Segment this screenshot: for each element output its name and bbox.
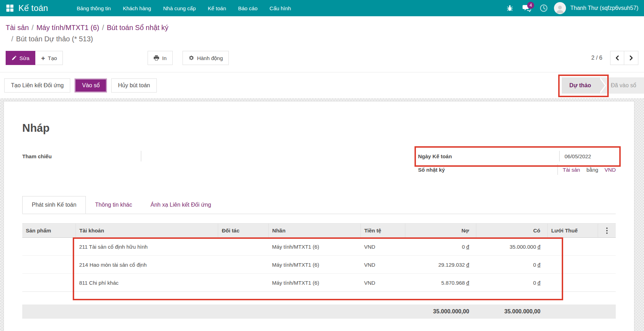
cell-label: Máy tính/MTXT1 (6) bbox=[269, 256, 361, 274]
print-button[interactable]: In bbox=[148, 51, 173, 65]
user-avatar[interactable] bbox=[554, 2, 566, 14]
plus-icon: + bbox=[41, 55, 45, 61]
pager-previous-button[interactable] bbox=[610, 51, 624, 65]
state-posted[interactable]: Đã vào sổ bbox=[600, 77, 644, 94]
cell-debit: 0đ bbox=[405, 238, 476, 256]
state-widget: Dự thảo Đã vào sổ bbox=[562, 77, 644, 94]
column-options-icon[interactable] bbox=[602, 227, 612, 234]
breadcrumb-separator: / bbox=[8, 35, 16, 43]
header-partner[interactable]: Đối tác bbox=[218, 224, 269, 238]
breadcrumb-link-asset-record[interactable]: Máy tính/MTXT1 (6) bbox=[36, 24, 99, 31]
menu-reports[interactable]: Báo cáo bbox=[233, 1, 263, 16]
header-label[interactable]: Nhãn bbox=[269, 224, 361, 238]
breadcrumb-link-assets[interactable]: Tài sản bbox=[6, 24, 29, 31]
cell-tax-grid bbox=[548, 256, 598, 274]
activities-clock-icon[interactable] bbox=[537, 1, 550, 15]
breadcrumb-current: Bút toán Dự thảo (* 513) bbox=[16, 35, 93, 43]
journal-field-row: Sổ nhật ký Tài sản bằng VND bbox=[418, 163, 616, 176]
header-product[interactable]: Sản phẩm bbox=[22, 224, 76, 238]
menu-vendors[interactable]: Nhà cung cấp bbox=[158, 1, 201, 16]
cell-account: 214 Hao mòn tài sản cố định bbox=[76, 256, 218, 274]
accounting-date-label: Ngày Kế toán bbox=[418, 153, 559, 159]
field-column-left: Tham chiếu bbox=[22, 149, 316, 176]
control-panel: Tài sản/Máy tính/MTXT1 (6)/Bút toán Sổ n… bbox=[0, 16, 644, 72]
form-statusbar: Tạo Liên kết Đối ứng Vào sổ Hủy bút toán… bbox=[0, 72, 644, 98]
cell-partner bbox=[218, 256, 269, 274]
cell-product bbox=[22, 274, 76, 292]
header-currency[interactable]: Tiền tệ bbox=[360, 224, 405, 238]
cell-label: Máy tính/MTXT1 (6) bbox=[269, 274, 361, 292]
menu-accounting[interactable]: Kế toán bbox=[203, 1, 232, 16]
create-counterpart-link-button[interactable]: Tạo Liên kết Đối ứng bbox=[4, 78, 70, 93]
accounting-date-value[interactable]: 06/05/2022 bbox=[559, 151, 616, 161]
form-sheet: Nháp Tham chiếu Ngày Kế toán 06/05/2022 … bbox=[4, 101, 634, 331]
cell-label: Máy tính/MTXT1 (6) bbox=[269, 238, 361, 256]
user-name[interactable]: Thanh Thư (sqfzp6vsuh57) bbox=[570, 5, 638, 11]
table-row[interactable]: 811 Chi phí khác Máy tính/MTXT1 (6) VND … bbox=[22, 274, 616, 292]
currency-symbol: đ bbox=[537, 244, 540, 250]
cell-currency: VND bbox=[360, 238, 405, 256]
breadcrumb-separator: / bbox=[29, 24, 37, 31]
app-title[interactable]: Kế toán bbox=[18, 3, 48, 13]
cell-tax-grid bbox=[548, 238, 598, 256]
breadcrumb-separator: / bbox=[99, 24, 107, 31]
tab-journal-items[interactable]: Phát sinh Kế toán bbox=[22, 196, 86, 214]
cell-partner bbox=[218, 238, 269, 256]
menu-customers[interactable]: Khách hàng bbox=[118, 1, 156, 16]
control-panel-buttons: Sửa + Tạo In Hành động 2 / 6 bbox=[6, 51, 638, 65]
cell-credit: 35.000.000đ bbox=[476, 238, 548, 256]
pager-value: 2 / 6 bbox=[591, 55, 602, 61]
reference-label: Tham chiếu bbox=[22, 153, 141, 159]
cancel-entry-button[interactable]: Hủy bút toán bbox=[111, 78, 157, 93]
navbar-systray: 4 Thanh Thư (sqfzp6vsuh57) bbox=[503, 1, 638, 15]
total-credit: 35.000.000,00 bbox=[476, 305, 548, 319]
accounting-date-field-row: Ngày Kế toán 06/05/2022 bbox=[418, 149, 616, 163]
post-button[interactable]: Vào sổ bbox=[74, 78, 107, 93]
menu-configuration[interactable]: Cấu hình bbox=[264, 1, 296, 16]
apps-menu-icon[interactable] bbox=[6, 5, 13, 12]
header-account[interactable]: Tài khoản bbox=[76, 224, 218, 238]
table-row[interactable]: 214 Hao mòn tài sản cố định Máy tính/MTX… bbox=[22, 256, 616, 274]
menu-dashboard[interactable]: Bảng thông tin bbox=[71, 1, 116, 16]
breadcrumb: Tài sản/Máy tính/MTXT1 (6)/Bút toán Sổ n… bbox=[6, 22, 638, 33]
field-area: Tham chiếu Ngày Kế toán 06/05/2022 Sổ nh… bbox=[22, 149, 616, 176]
journal-items-table: Sản phẩm Tài khoản Đối tác Nhãn Tiền tệ … bbox=[22, 223, 616, 292]
action-button[interactable]: Hành động bbox=[183, 51, 229, 65]
journal-value: Tài sản bằng VND bbox=[557, 164, 616, 175]
cell-currency: VND bbox=[360, 256, 405, 274]
field-column-right: Ngày Kế toán 06/05/2022 Sổ nhật ký Tài s… bbox=[418, 149, 616, 176]
cell-product bbox=[22, 238, 76, 256]
header-debit[interactable]: Nợ bbox=[405, 224, 476, 238]
pager-next-button[interactable] bbox=[624, 51, 638, 65]
chevron-right-icon bbox=[629, 55, 633, 60]
journal-conjunction: bằng bbox=[586, 167, 598, 173]
currency-symbol: đ bbox=[466, 280, 469, 286]
create-button[interactable]: + Tạo bbox=[35, 51, 63, 65]
journal-label: Sổ nhật ký bbox=[418, 167, 557, 173]
currency-symbol: đ bbox=[537, 280, 540, 286]
breadcrumb-line-2: /Bút toán Dự thảo (* 513) bbox=[6, 33, 638, 45]
header-tax-grid[interactable]: Lưới Thuế bbox=[548, 224, 598, 238]
notebook-tabs: Phát sinh Kế toán Thông tin khác Ánh xạ … bbox=[22, 196, 616, 214]
edit-button[interactable]: Sửa bbox=[6, 51, 35, 65]
debug-bug-icon[interactable] bbox=[503, 1, 517, 15]
table-row[interactable]: 211 Tài sản cố định hữu hình Máy tính/MT… bbox=[22, 238, 616, 256]
journal-items-table-wrap: Sản phẩm Tài khoản Đối tác Nhãn Tiền tệ … bbox=[22, 223, 616, 292]
header-credit[interactable]: Có bbox=[476, 224, 548, 238]
journal-currency-link[interactable]: VND bbox=[604, 167, 616, 173]
state-draft[interactable]: Dự thảo bbox=[562, 77, 600, 94]
tab-other-info[interactable]: Thông tin khác bbox=[86, 196, 141, 214]
tab-counterpart-mapping[interactable]: Ánh xạ Liên kết Đối ứng bbox=[141, 196, 220, 214]
reference-value[interactable] bbox=[141, 151, 316, 161]
journal-link[interactable]: Tài sản bbox=[563, 167, 580, 173]
cell-credit: 0đ bbox=[476, 256, 548, 274]
printer-icon bbox=[154, 55, 159, 61]
breadcrumb-link-journal-entries[interactable]: Bút toán Sổ nhật ký bbox=[107, 24, 169, 31]
main-menu: Bảng thông tin Khách hàng Nhà cung cấp K… bbox=[71, 1, 296, 16]
cell-product bbox=[22, 256, 76, 274]
cell-partner bbox=[218, 274, 269, 292]
message-count-badge: 4 bbox=[527, 2, 534, 9]
table-header-row: Sản phẩm Tài khoản Đối tác Nhãn Tiền tệ … bbox=[22, 224, 616, 238]
messages-icon[interactable]: 4 bbox=[520, 1, 533, 15]
header-options bbox=[598, 224, 616, 238]
